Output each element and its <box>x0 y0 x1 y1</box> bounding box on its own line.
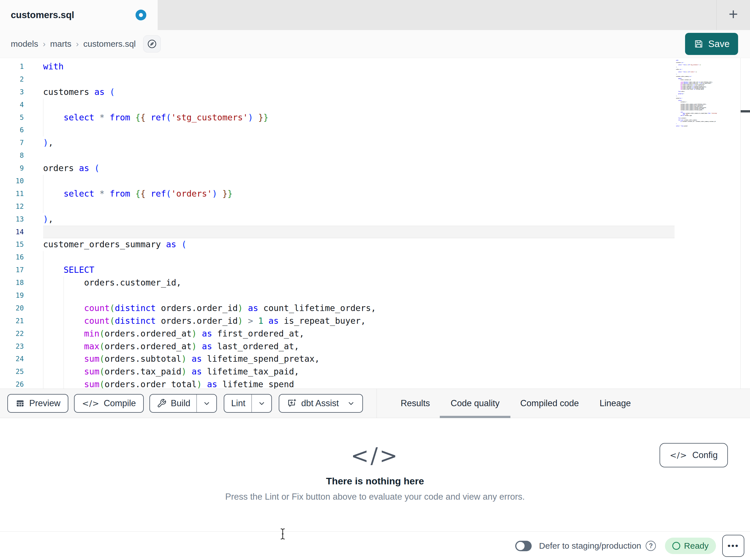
breadcrumb-marts[interactable]: marts <box>50 39 72 49</box>
code-line[interactable]: 16 <box>0 251 675 264</box>
code-line-text: sum(orders.tax_paid) as lifetime_tax_pai… <box>43 366 675 378</box>
code-line-text <box>43 99 675 111</box>
more-options-button[interactable]: ••• <box>722 535 744 557</box>
code-line[interactable]: 10 <box>0 175 675 188</box>
code-editor[interactable]: 1with23customers as (45 select * from {{… <box>0 58 750 389</box>
code-line[interactable]: 22 min(orders.ordered_at) as first_order… <box>0 328 675 340</box>
lint-button[interactable]: Lint <box>224 395 252 412</box>
code-line[interactable]: 2 <box>0 73 675 86</box>
tab-strip-empty <box>158 0 716 30</box>
code-line[interactable]: 18 orders.customer_id, <box>0 276 675 289</box>
indent-guide <box>43 200 43 213</box>
code-lines[interactable]: 1with23customers as (45 select * from {{… <box>0 58 675 389</box>
lint-label: Lint <box>231 398 245 409</box>
new-tab-button[interactable]: + <box>716 0 750 30</box>
breadcrumb-models[interactable]: models <box>11 39 38 49</box>
save-button[interactable]: Save <box>685 33 738 55</box>
empty-state-subtitle: Press the Lint or Fix button above to ev… <box>0 492 750 502</box>
tab-customers-sql[interactable]: customers.sql <box>0 0 158 30</box>
line-number: 16 <box>0 251 24 264</box>
code-line[interactable]: 23 max(orders.ordered_at) as last_ordere… <box>0 340 675 353</box>
code-line-text <box>43 200 675 213</box>
code-line[interactable]: 24 sum(orders.subtotal) as lifetime_spen… <box>0 353 675 366</box>
indent-guide <box>43 188 43 200</box>
code-line-text: select * from {{ ref('stg_customers') }} <box>43 111 675 124</box>
tab-compiled-code[interactable]: Compiled code <box>520 389 579 418</box>
code-line-text <box>43 73 675 86</box>
line-number: 14 <box>0 226 24 238</box>
config-button[interactable]: </> Config <box>659 443 728 468</box>
indent-guide <box>63 328 64 340</box>
indent-guide <box>43 353 43 366</box>
breadcrumb-file[interactable]: customers.sql <box>83 39 136 49</box>
code-line[interactable]: 11 select * from {{ ref('orders') }} <box>0 188 675 200</box>
tab-code-quality-label: Code quality <box>451 398 499 409</box>
status-badge: Ready <box>665 538 716 554</box>
config-label: Config <box>692 450 718 460</box>
tab-code-quality[interactable]: Code quality <box>451 389 499 418</box>
code-line[interactable]: 7), <box>0 137 675 149</box>
tab-lineage[interactable]: Lineage <box>599 389 631 418</box>
build-dropdown-button[interactable] <box>197 395 216 412</box>
line-number: 11 <box>0 188 24 200</box>
code-line[interactable]: 8 <box>0 149 675 162</box>
line-number: 19 <box>0 289 24 302</box>
code-line[interactable]: 26 sum(orders.order_total) as lifetime_s… <box>0 378 675 389</box>
code-line-text: max(orders.ordered_at) as last_ordered_a… <box>43 340 675 353</box>
indent-guide <box>63 366 64 378</box>
code-line[interactable]: 6 <box>0 124 675 137</box>
result-tabs: Results Code quality Compiled code Linea… <box>377 389 631 418</box>
code-line[interactable]: 13), <box>0 213 675 226</box>
indent-guide <box>43 302 43 315</box>
code-line-text <box>43 251 675 264</box>
code-line-text: count(distinct orders.order_id) as count… <box>43 302 675 315</box>
code-line-text: count(distinct orders.order_id) > 1 as i… <box>43 315 675 328</box>
editor-scrollbar[interactable] <box>741 58 750 389</box>
dbt-assist-button[interactable]: dbt Assist <box>279 394 363 413</box>
tab-results-label: Results <box>401 398 430 409</box>
compile-button[interactable]: </> Compile <box>74 394 144 413</box>
tab-lineage-label: Lineage <box>599 398 631 409</box>
code-line[interactable]: 4 <box>0 99 675 111</box>
lint-dropdown-button[interactable] <box>252 395 271 412</box>
code-line[interactable]: 1with <box>0 60 675 73</box>
indent-guide <box>63 289 64 302</box>
explore-lineage-button[interactable] <box>143 36 161 53</box>
preview-label: Preview <box>29 398 60 409</box>
chevron-right-icon: › <box>76 39 79 49</box>
line-number: 3 <box>0 86 24 99</box>
defer-toggle[interactable] <box>515 541 532 551</box>
line-number: 24 <box>0 353 24 366</box>
code-line[interactable]: 15customer_orders_summary as ( <box>0 238 675 251</box>
code-line[interactable]: 9orders as ( <box>0 162 675 175</box>
compile-label: Compile <box>104 398 136 409</box>
scrollbar-marker[interactable] <box>741 110 750 112</box>
build-button[interactable]: Build <box>150 395 197 412</box>
chevron-down-icon <box>258 399 266 407</box>
help-icon[interactable]: ? <box>646 541 656 551</box>
empty-state: </> There is nothing here Press the Lint… <box>0 418 750 502</box>
preview-button[interactable]: Preview <box>7 394 68 413</box>
code-line[interactable]: 14 <box>0 226 675 238</box>
line-number: 22 <box>0 328 24 340</box>
save-floppy-icon <box>694 39 704 49</box>
code-line[interactable]: 12 <box>0 200 675 213</box>
status-bar: Defer to staging/production ? Ready ••• <box>0 532 750 560</box>
build-label: Build <box>171 398 190 409</box>
code-line-text: ), <box>43 137 675 149</box>
code-line[interactable]: 20 count(distinct orders.order_id) as co… <box>0 302 675 315</box>
code-line[interactable]: 3customers as ( <box>0 86 675 99</box>
code-line-text <box>43 226 675 238</box>
indent-guide <box>43 328 43 340</box>
indent-guide <box>43 378 43 389</box>
line-number: 26 <box>0 378 24 389</box>
editor-toolbar: Preview </> Compile Build Lint dbt Assis <box>0 389 750 418</box>
code-line-text <box>43 175 675 188</box>
code-line[interactable]: 19 <box>0 289 675 302</box>
code-line[interactable]: 5 select * from {{ ref('stg_customers') … <box>0 111 675 124</box>
code-line[interactable]: 17 SELECT <box>0 264 675 276</box>
code-line[interactable]: 25 sum(orders.tax_paid) as lifetime_tax_… <box>0 366 675 378</box>
minimap[interactable]: withcustomers as ( select * from {{ ref(… <box>675 58 717 389</box>
code-line[interactable]: 21 count(distinct orders.order_id) > 1 a… <box>0 315 675 328</box>
tab-results[interactable]: Results <box>401 389 430 418</box>
